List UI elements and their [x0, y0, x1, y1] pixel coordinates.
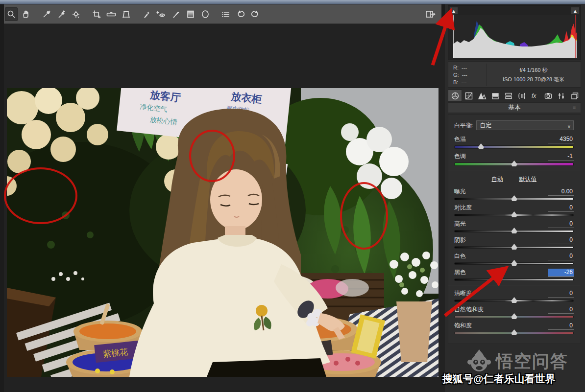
- rgb-b: B: ---: [453, 79, 467, 86]
- default-link[interactable]: 默认值: [519, 176, 536, 183]
- slider-track[interactable]: [454, 214, 574, 216]
- tab-lens-corrections[interactable]: [515, 90, 528, 102]
- straighten-tool-icon[interactable]: [105, 7, 118, 21]
- slider-thumb[interactable]: [511, 244, 518, 250]
- annotation-circle-middle: [189, 130, 235, 182]
- histogram-left-edge: [453, 15, 454, 58]
- slider-label: 饱和度: [454, 322, 472, 330]
- tab-presets[interactable]: [555, 90, 568, 102]
- slider-label: 高光: [454, 220, 466, 228]
- tab-split-toning[interactable]: [502, 90, 515, 102]
- tab-tone-curve[interactable]: [462, 90, 475, 102]
- slider-thumb[interactable]: [511, 195, 518, 201]
- rgb-r: R: ---: [453, 64, 467, 71]
- slider-value[interactable]: 0.00: [548, 188, 574, 196]
- adjustment-tabs: fx: [448, 90, 581, 102]
- slider-value[interactable]: 0: [548, 306, 574, 314]
- slider-thumb[interactable]: [511, 297, 518, 303]
- slider-tint: 色调-1: [454, 152, 574, 166]
- slider-value[interactable]: 0: [548, 220, 574, 228]
- hand-tool-icon[interactable]: [20, 7, 32, 21]
- slider-clarity: 清晰度0: [454, 289, 574, 302]
- slider-shadows: 阴影0: [454, 236, 574, 249]
- slider-thumb[interactable]: [511, 228, 518, 233]
- slider-label: 曝光: [454, 187, 466, 196]
- slider-label: 色温: [454, 135, 466, 143]
- slider-temperature: 色温4350: [454, 135, 574, 149]
- slider-thumb[interactable]: [511, 329, 518, 335]
- tab-hsl-grayscale[interactable]: [488, 90, 502, 102]
- preferences-icon[interactable]: [219, 7, 232, 21]
- adjustment-brush-tool-icon[interactable]: [170, 7, 182, 21]
- slider-thumb[interactable]: [511, 260, 518, 266]
- slider-exposure: 曝光0.00: [454, 187, 574, 200]
- auto-link[interactable]: 自动: [491, 176, 503, 183]
- rotate-right-icon[interactable]: [249, 7, 262, 21]
- slider-highlights: 高光0: [454, 220, 574, 232]
- slider-label: 自然饱和度: [454, 305, 484, 314]
- rotate-left-icon[interactable]: [234, 7, 247, 21]
- slider-thumb[interactable]: [495, 276, 503, 282]
- zoom-tool-icon[interactable]: [5, 7, 18, 21]
- white-balance-select[interactable]: 自定 ∨: [476, 120, 574, 130]
- acr-toolbar: [4, 4, 441, 24]
- rgb-g: G: ---: [453, 71, 467, 79]
- acr-right-panel: ▲ ▲ R: --- G: --- B: --- f/4 1/160 秒 ISO…: [445, 4, 585, 392]
- slider-track[interactable]: [454, 332, 574, 334]
- targeted-adjustment-tool-icon[interactable]: [70, 7, 82, 21]
- tab-effects[interactable]: fx: [528, 90, 541, 102]
- toggle-fullscreen-icon[interactable]: [424, 7, 437, 21]
- slider-track[interactable]: [454, 198, 574, 200]
- slider-value[interactable]: -1: [548, 153, 574, 161]
- slider-track[interactable]: [454, 246, 574, 249]
- panel-menu-icon[interactable]: ≡: [571, 105, 578, 111]
- white-balance-tool-icon[interactable]: [40, 7, 53, 21]
- spot-removal-tool-icon[interactable]: [140, 7, 153, 21]
- slider-saturation: 饱和度0: [454, 322, 574, 334]
- graduated-filter-tool-icon[interactable]: [184, 7, 197, 21]
- slider-label: 清晰度: [454, 289, 472, 298]
- slider-value[interactable]: 0: [548, 236, 574, 244]
- annotation-circle-right: [340, 182, 388, 250]
- slider-label: 白色: [454, 252, 466, 260]
- slider-thumb[interactable]: [511, 161, 518, 166]
- slider-whites: 白色0: [454, 252, 574, 265]
- slider-value[interactable]: -26: [548, 269, 574, 277]
- slider-track[interactable]: [454, 145, 574, 149]
- slider-value[interactable]: 4350: [548, 136, 574, 143]
- slider-label: 对比度: [454, 204, 472, 212]
- slider-value[interactable]: 0: [548, 290, 574, 298]
- wukong-monkey-icon: [466, 348, 492, 374]
- chevron-down-icon: ∨: [567, 122, 571, 131]
- slider-value[interactable]: 0: [548, 253, 574, 260]
- tab-basic[interactable]: [448, 90, 462, 102]
- tab-camera-calibration[interactable]: [541, 90, 555, 102]
- slider-blacks: 黑色-26: [454, 268, 574, 281]
- sohu-watermark-text: 搜狐号@仁者乐山看世界: [442, 372, 555, 386]
- histogram-plot: [453, 15, 577, 58]
- tab-snapshots[interactable]: [568, 90, 581, 102]
- radial-filter-tool-icon[interactable]: [199, 7, 212, 21]
- slider-value[interactable]: 0: [548, 204, 574, 212]
- tab-detail[interactable]: [475, 90, 488, 102]
- slider-contrast: 对比度0: [454, 204, 574, 216]
- slider-thumb[interactable]: [511, 313, 518, 319]
- crop-tool-icon[interactable]: [90, 7, 103, 21]
- slider-track[interactable]: [454, 230, 574, 232]
- image-info-bar: R: --- G: --- B: --- f/4 1/160 秒 ISO 100…: [448, 61, 581, 88]
- slider-track[interactable]: [454, 278, 574, 281]
- slider-track[interactable]: [454, 262, 574, 265]
- slider-thumb[interactable]: [511, 211, 518, 217]
- exif-line1: f/4 1/160 秒: [488, 66, 580, 75]
- wukong-watermark-text: 悟空问答: [496, 350, 568, 373]
- red-eye-tool-icon[interactable]: [155, 7, 168, 21]
- slider-track[interactable]: [454, 316, 574, 318]
- transform-tool-icon[interactable]: [120, 7, 132, 21]
- slider-track[interactable]: [454, 162, 574, 166]
- slider-thumb[interactable]: [477, 143, 485, 149]
- slider-track[interactable]: [454, 300, 574, 302]
- shadow-clipping-toggle[interactable]: ▲: [449, 7, 458, 15]
- highlight-clipping-toggle[interactable]: ▲: [571, 7, 580, 15]
- slider-value[interactable]: 0: [548, 322, 574, 330]
- color-sampler-tool-icon[interactable]: [55, 7, 68, 21]
